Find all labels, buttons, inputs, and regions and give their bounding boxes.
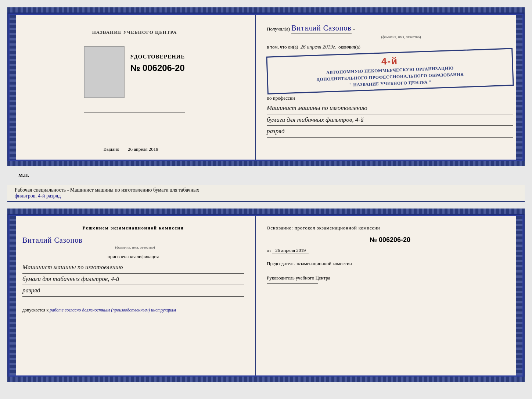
- profession-line2: бумаги для табачных фильтров, 4-й: [267, 114, 513, 126]
- predsedatel-block: Председатель экзаменационной комиссии: [267, 261, 513, 269]
- predsedatel-signature-line: [267, 269, 318, 269]
- poluchil-line: Получил(а) Виталий Сазонов –: [267, 24, 513, 33]
- dopuskaetsya-text: работе согласно должностным (производств…: [50, 307, 176, 313]
- bottom-qual-line1: Машинист машины по изготовлению: [22, 262, 244, 274]
- bottom-cert-top-border: [7, 209, 525, 214]
- stamp-block: 4-й АВТОНОМНУЮ НЕКОММЕРЧЕСКУЮ ОРГАНИЗАЦИ…: [266, 48, 514, 94]
- resheniyem-title: Решением экзаменационной комиссии: [22, 225, 244, 231]
- bottom-number: № 006206-20: [267, 236, 513, 244]
- vydano-label: Выдано: [103, 146, 119, 152]
- cert-right-panel: Получил(а) Виталий Сазонов – (фамилия, и…: [256, 15, 522, 160]
- right-dash: –: [310, 247, 312, 253]
- predsedatel-title: Председатель экзаменационной комиссии: [267, 261, 513, 267]
- section-title-left: НАЗВАНИЕ УЧЕБНОГО ЦЕНТРА: [92, 29, 177, 35]
- bottom-person-subtitle: (фамилия, имя, отчество): [26, 245, 244, 249]
- working-specialty-bar: Рабочая специальность - Машинист машины …: [7, 185, 525, 202]
- rukovoditel-signature-line: [267, 283, 318, 284]
- ot-label: от: [267, 247, 271, 253]
- poluchil-label: Получил(а): [267, 26, 290, 32]
- po-professii-label: по профессии: [267, 95, 513, 101]
- profession-line1: Машинист машины по изготовлению: [267, 103, 513, 114]
- photo-row: УДОСТОВЕРЕНИЕ № 006206-20: [84, 46, 185, 105]
- top-certificate: НАЗВАНИЕ УЧЕБНОГО ЦЕНТРА УДОСТОВЕРЕНИЕ №…: [7, 7, 525, 166]
- dopuskaetsya-line: допускается к работе согласно должностны…: [22, 307, 244, 313]
- vydano-date: 26 апреля 2019: [121, 146, 166, 152]
- completion-date: 26 апреля 2019г.: [301, 44, 336, 50]
- osnovanie-title: Основание: протокол экзаменационной коми…: [267, 225, 513, 231]
- profession-line3: разряд: [267, 126, 513, 138]
- cert-number: № 006206-20: [130, 63, 184, 73]
- top-border-decoration: [7, 7, 525, 13]
- bottom-right-panel: Основание: протокол экзаменационной коми…: [256, 216, 522, 375]
- dopuskaetsya-label: допускается к: [22, 307, 48, 313]
- bottom-person-name: Виталий Сазонов: [22, 236, 83, 245]
- working-specialty-text: Рабочая специальность - Машинист машины …: [15, 187, 517, 193]
- bottom-certificate: Решением экзаменационной комиссии Витали…: [7, 209, 525, 382]
- recipient-subtitle: (фамилия, имя, отчество): [289, 35, 513, 39]
- bottom-border-decoration: [7, 161, 525, 166]
- recipient-name: Виталий Сазонов: [291, 24, 352, 33]
- prisvoena-line: присвоена квалификация: [22, 254, 244, 260]
- mp-line: М.П.: [7, 172, 525, 178]
- ot-date: 26 апреля 2019: [272, 247, 309, 253]
- page-wrapper: НАЗВАНИЕ УЧЕБНОГО ЦЕНТРА УДОСТОВЕРЕНИЕ №…: [7, 7, 525, 382]
- mp-label: М.П.: [18, 172, 29, 178]
- right-side-decoration: [516, 15, 522, 160]
- ot-line: от 26 апреля 2019 –: [267, 247, 513, 253]
- working-specialty-text2: фильтров, 4-й разряд: [15, 193, 517, 199]
- vtom-label: в том, что он(а): [267, 44, 298, 50]
- cert-left-panel: НАЗВАНИЕ УЧЕБНОГО ЦЕНТРА УДОСТОВЕРЕНИЕ №…: [10, 15, 256, 160]
- rukovoditel-block: Руководитель учебного Центра: [267, 275, 513, 284]
- photo-placeholder: [84, 46, 125, 98]
- bottom-right-side-decoration: [516, 216, 522, 375]
- bottom-qual-line3: разряд: [22, 285, 244, 297]
- rukovoditel-title: Руководитель учебного Центра: [267, 275, 513, 281]
- udostoverenie-title: УДОСТОВЕРЕНИЕ: [130, 54, 185, 60]
- bottom-qual-line2: бумаги для табачных фильтров, 4-й: [22, 274, 244, 285]
- dash-1: –: [353, 27, 355, 31]
- okonchil-label: окончил(а): [338, 44, 360, 50]
- vydano-line: Выдано 26 апреля 2019: [103, 146, 165, 152]
- bottom-cert-bottom-border: [7, 377, 525, 382]
- bottom-left-panel: Решением экзаменационной комиссии Витали…: [10, 216, 256, 375]
